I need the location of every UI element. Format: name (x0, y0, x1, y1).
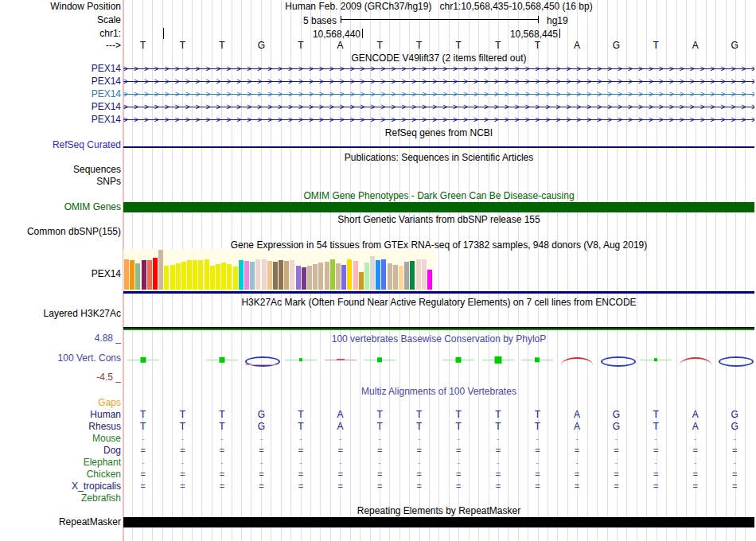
gtex-tissue-bar[interactable] (296, 266, 301, 290)
phylop-mark[interactable] (482, 354, 514, 367)
gtex-expression-bars[interactable] (124, 250, 436, 290)
gtex-tissue-bar[interactable] (176, 263, 181, 290)
multiz-alignment-row[interactable]: TTTGTATTTTTAGTAG (123, 410, 754, 420)
multiz-species-label[interactable]: Elephant (84, 457, 121, 468)
omim-genes-label[interactable]: OMIM Genes (64, 202, 121, 212)
phylop-mark[interactable] (680, 354, 711, 367)
multiz-species-label[interactable]: Dog (103, 446, 121, 456)
multiz-alignment-row[interactable]: ---------------- (123, 434, 754, 444)
gtex-tissue-bar[interactable] (364, 263, 369, 290)
multiz-species-label[interactable]: Gaps (98, 398, 121, 408)
gtex-tissue-bar[interactable] (239, 260, 244, 290)
gtex-tissue-bar[interactable] (427, 270, 432, 290)
sequences-label[interactable]: Sequences (73, 165, 121, 175)
gtex-tissue-bar[interactable] (376, 260, 380, 290)
phylop-score-marks[interactable] (123, 354, 754, 373)
phylop-mark[interactable] (364, 354, 396, 367)
gtex-tissue-bar[interactable] (147, 260, 152, 290)
repeatmasker-label[interactable]: RepeatMasker (59, 517, 121, 527)
gencode-transcript-row[interactable]: >>>>>>>>>>>>>>>>>>>>>>>>>>>>>>>>>>>>>>>>… (123, 76, 754, 87)
repeatmasker-bar[interactable] (123, 517, 754, 527)
gtex-tissue-bar[interactable] (124, 259, 129, 290)
gencode-transcript-label[interactable]: PEX14 (92, 64, 121, 74)
gtex-tissue-bar[interactable] (381, 259, 386, 290)
base-sequence-row[interactable]: TTTGTATTTTTAGTAG (123, 41, 754, 51)
gtex-tissue-bar[interactable] (325, 262, 329, 290)
gtex-tissue-bar[interactable] (210, 266, 215, 290)
gtex-tissue-bar[interactable] (404, 262, 409, 290)
gencode-transcript-label[interactable]: PEX14 (92, 89, 121, 99)
phylop-mark[interactable] (206, 354, 238, 367)
gtex-tissue-bar[interactable] (158, 250, 163, 290)
gtex-tissue-bar[interactable] (142, 260, 146, 290)
gtex-tissue-bar[interactable] (388, 263, 392, 290)
gtex-tissue-bar[interactable] (216, 264, 220, 290)
phylop-mark[interactable] (640, 354, 672, 367)
gtex-tissue-bar[interactable] (307, 266, 312, 290)
gtex-tissue-bar[interactable] (255, 259, 260, 290)
gtex-tissue-bar[interactable] (164, 266, 169, 290)
gtex-tissue-bar[interactable] (130, 260, 134, 290)
gtex-tissue-bar[interactable] (353, 261, 358, 290)
phylop-mark[interactable] (521, 354, 553, 367)
gtex-tissue-bar[interactable] (135, 263, 140, 290)
gtex-tissue-bar[interactable] (393, 265, 398, 290)
gtex-gene-label[interactable]: PEX14 (92, 269, 121, 279)
phylop-mark[interactable] (245, 354, 277, 367)
multiz-species-label[interactable]: Zebrafish (81, 493, 121, 504)
gencode-transcript-label[interactable]: PEX14 (92, 76, 121, 87)
multiz-alignment-row[interactable]: ================ (123, 446, 754, 456)
gtex-tissue-bar[interactable] (416, 259, 421, 290)
gtex-tissue-bar[interactable] (336, 263, 341, 290)
gtex-tissue-bar[interactable] (273, 262, 278, 290)
gtex-tissue-bar[interactable] (170, 265, 175, 290)
refseq-curated-label[interactable]: RefSeq Curated (53, 140, 121, 150)
phylop-mark[interactable] (127, 354, 159, 367)
gencode-transcript-row[interactable]: >>>>>>>>>>>>>>>>>>>>>>>>>>>>>>>>>>>>>>>>… (123, 115, 754, 125)
gtex-tissue-bar[interactable] (302, 267, 306, 290)
gtex-tissue-bar[interactable] (267, 261, 272, 290)
phylop-mark[interactable] (325, 354, 357, 367)
gtex-tissue-bar[interactable] (153, 258, 158, 290)
gencode-transcript-label[interactable]: PEX14 (92, 102, 121, 112)
conservation-label[interactable]: 100 Vert. Cons (58, 353, 121, 364)
gtex-tissue-bar[interactable] (290, 260, 294, 290)
gencode-transcript-label[interactable]: PEX14 (92, 115, 121, 125)
gtex-tissue-bar[interactable] (330, 259, 335, 290)
gtex-tissue-bar[interactable] (318, 263, 323, 290)
gtex-tissue-bar[interactable] (399, 266, 403, 290)
multiz-alignment-row[interactable]: ---------------- (123, 457, 754, 468)
multiz-species-label[interactable]: Mouse (92, 434, 121, 444)
gtex-tissue-bar[interactable] (181, 262, 186, 290)
multiz-alignment-row[interactable]: ================ (123, 481, 754, 492)
multiz-alignment-row[interactable]: TTTGTATTTTTAGTAG (123, 422, 754, 432)
common-dbsnp-label[interactable]: Common dbSNP(155) (27, 227, 121, 237)
gtex-tissue-bar[interactable] (422, 259, 427, 290)
gtex-tissue-bar[interactable] (410, 261, 415, 290)
gtex-tissue-bar[interactable] (313, 264, 318, 290)
multiz-species-label[interactable]: Human (90, 410, 121, 420)
gtex-tissue-bar[interactable] (279, 260, 283, 290)
gencode-transcript-row[interactable]: >>>>>>>>>>>>>>>>>>>>>>>>>>>>>>>>>>>>>>>>… (123, 64, 754, 74)
gencode-transcript-row[interactable]: >>>>>>>>>>>>>>>>>>>>>>>>>>>>>>>>>>>>>>>>… (123, 102, 754, 112)
gtex-tissue-bar[interactable] (205, 259, 209, 290)
gtex-tissue-bar[interactable] (187, 260, 192, 290)
h3k27ac-signal-baseline[interactable] (123, 327, 754, 330)
gtex-tissue-bar[interactable] (227, 264, 232, 290)
gtex-tissue-bar[interactable] (347, 259, 352, 290)
multiz-alignment-row[interactable]: ================ (123, 469, 754, 480)
refseq-gene-line[interactable] (123, 146, 754, 148)
gencode-transcript-row[interactable]: >>>>>>>>>>>>>>>>>>>>>>>>>>>>>>>>>>>>>>>>… (123, 89, 754, 99)
gtex-tissue-bar[interactable] (359, 272, 364, 290)
gtex-tissue-bar[interactable] (370, 256, 375, 290)
gtex-tissue-bar[interactable] (262, 259, 267, 290)
gtex-tissue-bar[interactable] (341, 265, 346, 290)
phylop-mark[interactable] (285, 354, 317, 367)
omim-gene-bar[interactable] (123, 202, 754, 212)
phylop-mark[interactable] (719, 354, 750, 367)
phylop-mark[interactable] (561, 354, 593, 367)
gtex-tissue-bar[interactable] (233, 267, 238, 290)
layered-h3k27ac-label[interactable]: Layered H3K27Ac (44, 309, 121, 319)
multiz-species-label[interactable]: Rhesus (88, 422, 121, 432)
gtex-tissue-bar[interactable] (250, 262, 255, 290)
